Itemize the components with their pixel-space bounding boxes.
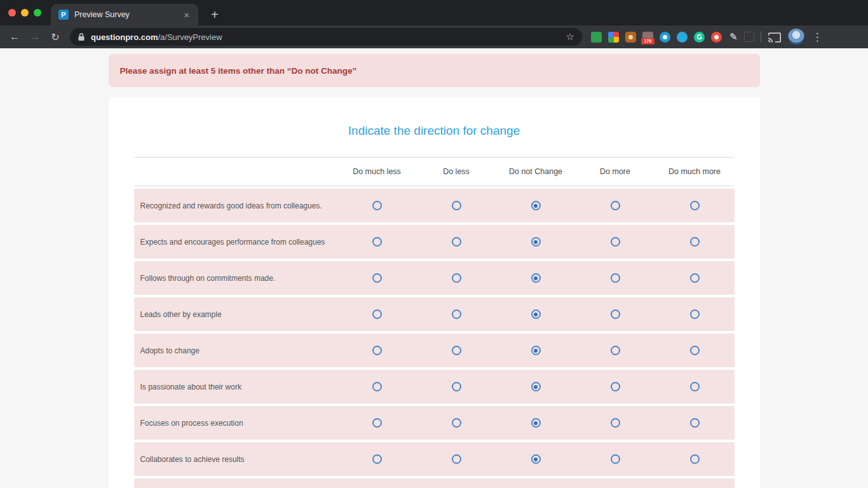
radio-option[interactable] bbox=[372, 201, 382, 210]
radio-option[interactable] bbox=[611, 418, 620, 428]
radio-option[interactable] bbox=[372, 454, 382, 464]
radio-option[interactable] bbox=[611, 382, 620, 391]
close-window-button[interactable] bbox=[8, 9, 16, 17]
radio-option[interactable] bbox=[372, 382, 382, 391]
radio-option[interactable] bbox=[372, 418, 382, 428]
red-circle-extension-icon[interactable] bbox=[711, 32, 722, 43]
radio-option[interactable] bbox=[372, 309, 382, 319]
radio-option[interactable] bbox=[690, 309, 700, 319]
radio-cell bbox=[655, 346, 735, 355]
radio-option[interactable] bbox=[690, 418, 700, 428]
tree-extension-icon[interactable] bbox=[591, 32, 602, 43]
browser-menu-icon[interactable]: ⋮ bbox=[812, 30, 824, 44]
radio-option[interactable] bbox=[452, 309, 461, 319]
radio-cell bbox=[576, 418, 655, 428]
radio-selected[interactable] bbox=[531, 201, 541, 210]
radio-cell bbox=[417, 454, 496, 464]
inactive-extension-icon[interactable] bbox=[744, 32, 754, 42]
radio-option[interactable] bbox=[611, 346, 620, 355]
tab-close-icon[interactable]: × bbox=[182, 9, 191, 21]
alert-message: Please assign at least 5 items other tha… bbox=[120, 66, 357, 76]
radio-option[interactable] bbox=[611, 309, 620, 319]
url-domain: questionpro.com bbox=[91, 32, 158, 42]
bookmark-star-icon[interactable]: ☆ bbox=[566, 31, 574, 43]
radio-cell bbox=[655, 237, 735, 247]
matrix-row: Adopts to change bbox=[134, 334, 735, 367]
radio-option[interactable] bbox=[452, 273, 461, 283]
radio-option[interactable] bbox=[452, 382, 461, 391]
radio-selected[interactable] bbox=[531, 454, 541, 464]
forward-icon[interactable]: → bbox=[25, 31, 44, 43]
tab-strip: P Preview Survey × + bbox=[0, 0, 868, 25]
matrix-row: Expects and encourages performance from … bbox=[134, 225, 735, 259]
radio-option[interactable] bbox=[452, 201, 461, 210]
radio-selected[interactable] bbox=[531, 273, 541, 283]
row-label: Focuses on process execution bbox=[134, 419, 337, 428]
row-label: Expects and encourages performance from … bbox=[134, 238, 337, 247]
radio-cell bbox=[576, 273, 655, 283]
column-header: Do more bbox=[576, 167, 655, 176]
cast-icon[interactable] bbox=[768, 32, 782, 43]
row-label-column-spacer bbox=[134, 167, 337, 176]
radio-cell bbox=[655, 273, 735, 283]
radio-option[interactable] bbox=[690, 201, 700, 210]
url-path: /a/SurveyPreview bbox=[158, 32, 222, 42]
radio-cell bbox=[496, 237, 576, 247]
adblock-extension-icon[interactable]: 170 bbox=[642, 32, 653, 43]
radio-option[interactable] bbox=[611, 201, 620, 210]
radio-option[interactable] bbox=[690, 382, 700, 391]
matrix-row: Recognized and rewards good ideas from c… bbox=[134, 189, 735, 222]
extensions-row: 170 G bbox=[591, 32, 722, 43]
minimize-window-button[interactable] bbox=[21, 9, 29, 17]
radio-option[interactable] bbox=[452, 346, 461, 355]
radio-option[interactable] bbox=[452, 237, 461, 247]
radio-option[interactable] bbox=[690, 454, 700, 464]
radio-cell bbox=[417, 382, 496, 391]
radio-cell bbox=[496, 201, 576, 210]
lightblue-circle-extension-icon[interactable] bbox=[677, 32, 688, 43]
radio-cell bbox=[576, 309, 655, 319]
camera-extension-icon[interactable] bbox=[625, 32, 636, 43]
validation-alert: Please assign at least 5 items other tha… bbox=[109, 54, 760, 87]
radio-cell bbox=[576, 346, 655, 355]
browser-tab[interactable]: P Preview Survey × bbox=[51, 4, 198, 25]
survey-card: Indicate the direction for change Do muc… bbox=[109, 97, 760, 488]
profile-avatar[interactable] bbox=[788, 29, 804, 45]
question-title: Indicate the direction for change bbox=[134, 124, 735, 138]
grammarly-extension-icon[interactable]: G bbox=[694, 32, 705, 43]
matrix-row: Collaborates to achieve results bbox=[134, 442, 735, 476]
radio-option[interactable] bbox=[690, 237, 700, 247]
radio-selected[interactable] bbox=[531, 382, 541, 391]
radio-option[interactable] bbox=[372, 346, 382, 355]
radio-cell bbox=[496, 273, 576, 283]
back-icon[interactable]: ← bbox=[5, 31, 24, 43]
radio-cell bbox=[576, 237, 655, 247]
radio-selected[interactable] bbox=[531, 309, 541, 319]
radio-selected[interactable] bbox=[531, 346, 541, 355]
radio-cell bbox=[655, 454, 735, 464]
lock-icon bbox=[78, 32, 85, 41]
window-controls bbox=[8, 9, 41, 17]
radio-option[interactable] bbox=[690, 346, 700, 355]
url-text: questionpro.com/a/SurveyPreview bbox=[91, 32, 222, 42]
radio-option[interactable] bbox=[611, 454, 620, 464]
radio-option[interactable] bbox=[372, 237, 382, 247]
radio-option[interactable] bbox=[452, 454, 461, 464]
blue-circle-extension-icon[interactable] bbox=[660, 32, 670, 43]
radio-cell bbox=[576, 454, 655, 464]
reload-icon[interactable]: ↻ bbox=[46, 31, 65, 43]
new-tab-button[interactable]: + bbox=[211, 8, 219, 21]
color-grid-extension-icon[interactable] bbox=[608, 32, 619, 43]
fullscreen-window-button[interactable] bbox=[34, 9, 41, 17]
address-bar[interactable]: questionpro.com/a/SurveyPreview ☆ bbox=[70, 28, 582, 46]
radio-selected[interactable] bbox=[531, 237, 541, 247]
radio-option[interactable] bbox=[611, 273, 620, 283]
radio-option[interactable] bbox=[372, 273, 382, 283]
radio-option[interactable] bbox=[611, 237, 620, 247]
radio-selected[interactable] bbox=[531, 418, 541, 428]
pencil-icon[interactable]: ✎ bbox=[729, 31, 738, 43]
radio-option[interactable] bbox=[452, 418, 461, 428]
matrix-row: Follows through on commitments made. bbox=[134, 261, 735, 295]
radio-option[interactable] bbox=[690, 273, 700, 283]
radio-cell bbox=[337, 201, 417, 210]
